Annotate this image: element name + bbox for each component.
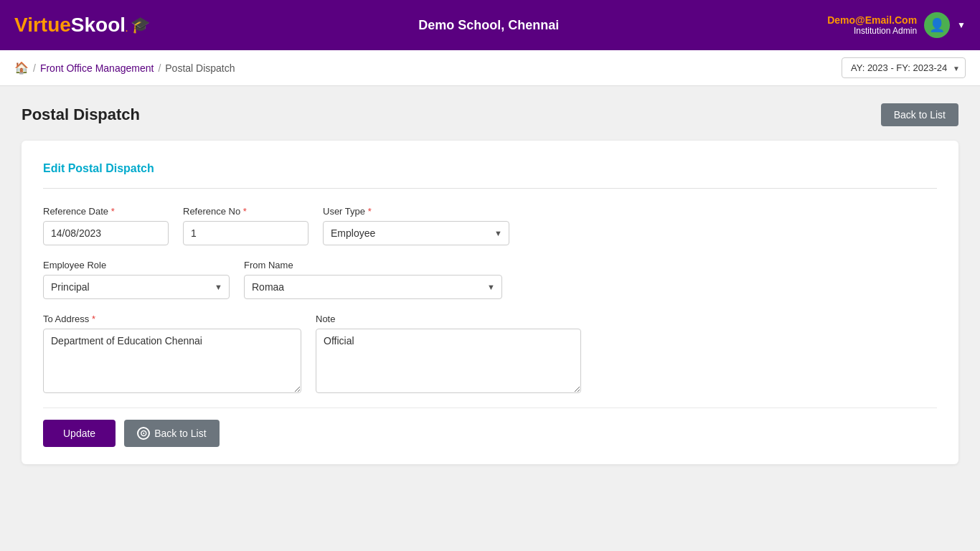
form-row-3: To Address * Department of Education Che… <box>43 314 937 393</box>
user-type-label: User Type * <box>323 206 509 217</box>
page-title: Postal Dispatch <box>22 105 140 124</box>
note-textarea[interactable]: Official <box>316 329 581 393</box>
breadcrumb: 🏠 / Front Office Management / Postal Dis… <box>14 61 235 75</box>
breadcrumb-current: Postal Dispatch <box>165 62 235 74</box>
form-section-title: Edit Postal Dispatch <box>43 162 937 175</box>
home-icon[interactable]: 🏠 <box>14 61 29 75</box>
graduation-cap-icon: 🎓 <box>131 16 150 34</box>
form-group-user-type: User Type * Employee Student Parent <box>323 206 509 245</box>
ref-date-label: Reference Date * <box>43 206 169 217</box>
logo-text: VirtueSkool. <box>14 14 128 37</box>
form-group-note: Note Official <box>316 314 581 393</box>
back-to-list-bottom-button[interactable]: ⊙ Back to List <box>124 420 219 447</box>
from-name-select[interactable]: Romaa Other <box>244 275 502 299</box>
form-card: Edit Postal Dispatch Reference Date * Re… <box>22 141 958 464</box>
ay-selector-wrap[interactable]: AY: 2023 - FY: 2023-24 <box>842 57 966 78</box>
school-title: Demo School, Chennai <box>418 18 559 33</box>
page-header: Postal Dispatch Back to List <box>22 103 958 126</box>
avatar: 👤 <box>924 12 950 38</box>
back-to-list-top-button[interactable]: Back to List <box>881 103 958 126</box>
user-info: Demo@Email.Com Institution Admin 👤 ▼ <box>827 12 966 38</box>
form-actions: Update ⊙ Back to List <box>43 408 937 447</box>
ref-no-label: Reference No * <box>183 206 308 217</box>
ref-no-input[interactable] <box>183 221 308 245</box>
ref-date-input[interactable] <box>43 221 169 245</box>
form-group-from-name: From Name Romaa Other <box>244 260 502 299</box>
emp-role-select[interactable]: Principal Teacher Staff <box>43 275 230 299</box>
form-group-ref-date: Reference Date * <box>43 206 169 245</box>
from-name-label: From Name <box>244 260 502 270</box>
logo: VirtueSkool. 🎓 <box>14 14 150 37</box>
form-group-emp-role: Employee Role Principal Teacher Staff <box>43 260 230 299</box>
ay-selector[interactable]: AY: 2023 - FY: 2023-24 <box>842 57 966 78</box>
back-circle-icon: ⊙ <box>137 427 150 440</box>
required-star: * <box>111 206 115 217</box>
form-row-2: Employee Role Principal Teacher Staff Fr… <box>43 260 937 299</box>
to-address-textarea[interactable]: Department of Education Chennai <box>43 329 301 393</box>
user-dropdown-icon[interactable]: ▼ <box>957 20 966 30</box>
note-label: Note <box>316 314 581 324</box>
update-button[interactable]: Update <box>43 420 116 447</box>
emp-role-label: Employee Role <box>43 260 230 270</box>
breadcrumb-front-office[interactable]: Front Office Management <box>40 62 154 74</box>
user-type-select[interactable]: Employee Student Parent <box>323 221 509 245</box>
breadcrumb-bar: 🏠 / Front Office Management / Postal Dis… <box>0 50 980 86</box>
form-row-1: Reference Date * Reference No * User Typ… <box>43 206 937 245</box>
header: VirtueSkool. 🎓 Demo School, Chennai Demo… <box>0 0 980 50</box>
to-address-label: To Address * <box>43 314 301 324</box>
form-group-to-address: To Address * Department of Education Che… <box>43 314 301 393</box>
form-divider <box>43 188 937 189</box>
main-content: Postal Dispatch Back to List Edit Postal… <box>0 86 980 481</box>
form-group-ref-no: Reference No * <box>183 206 308 245</box>
